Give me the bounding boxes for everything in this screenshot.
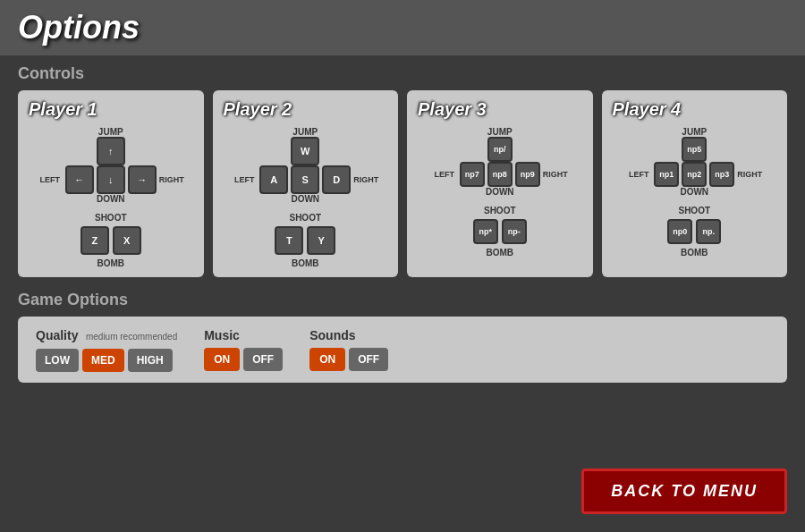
player-1-right-key[interactable]: → xyxy=(128,165,157,194)
player-1-top-row: ↑ xyxy=(69,137,153,165)
player-4-jump-label: JUMP xyxy=(682,127,707,137)
player-4-movement: JUMP np5 LEFT np1 np2 np3 RIGHT DOWN xyxy=(613,127,777,197)
player-1-movement: JUMP ↑ LEFT ← ↓ → RIGHT DOWN xyxy=(29,127,193,204)
music-label: Music xyxy=(204,328,283,342)
player-2-jump-key[interactable]: W xyxy=(291,137,319,165)
player-2-shoot-section: SHOOT T Y BOMB xyxy=(224,213,388,268)
player-3-left-key[interactable]: np7 xyxy=(460,162,485,187)
player-2-title: Player 2 xyxy=(224,99,388,120)
player-1-mid-row: LEFT ← ↓ → RIGHT xyxy=(38,165,184,194)
player-2-card: Player 2 JUMP W LEFT A S D RIGHT DOWN xyxy=(213,90,399,277)
players-container: Player 1 JUMP ↑ LEFT ← ↓ → RIGHT DOWN xyxy=(0,90,805,277)
player-2-movement: JUMP W LEFT A S D RIGHT DOWN xyxy=(224,127,388,204)
sounds-label: Sounds xyxy=(309,328,388,342)
player-3-down-key[interactable]: np8 xyxy=(487,162,513,187)
controls-section-label: Controls xyxy=(0,64,805,83)
player-4-shoot-row: np0 np. xyxy=(667,219,721,244)
player-4-mid-row: LEFT np1 np2 np3 RIGHT xyxy=(626,162,762,187)
player-2-shoot1-key[interactable]: T xyxy=(275,226,303,255)
back-btn-container: BACK TO MENU xyxy=(581,469,787,514)
sounds-on-button[interactable]: ON xyxy=(309,348,345,371)
player-2-down-key[interactable]: S xyxy=(291,165,319,194)
quality-group: Quality medium recommended LOW MED HIGH xyxy=(36,327,177,372)
player-2-down-label: DOWN xyxy=(291,194,319,204)
player-1-title: Player 1 xyxy=(29,99,193,120)
back-to-menu-button[interactable]: BACK TO MENU xyxy=(581,469,787,514)
player-2-shoot-label: SHOOT xyxy=(289,213,321,223)
player-3-bomb-label: BOMB xyxy=(486,248,513,258)
sounds-off-button[interactable]: OFF xyxy=(349,348,388,371)
player-3-right-key[interactable]: np9 xyxy=(515,162,540,187)
player-3-top-row: np/ xyxy=(460,137,540,162)
music-on-button[interactable]: ON xyxy=(204,348,240,371)
sounds-buttons: ON OFF xyxy=(309,348,388,371)
quality-label-row: Quality medium recommended xyxy=(36,327,177,343)
player-2-jump-label: JUMP xyxy=(292,127,318,137)
player-1-shoot1-key[interactable]: Z xyxy=(80,226,109,255)
player-3-card: Player 3 JUMP np/ LEFT np7 np8 np9 RIGHT… xyxy=(407,90,593,277)
player-3-shoot-section: SHOOT np* np- BOMB xyxy=(418,206,582,258)
player-1-shoot-section: SHOOT Z X BOMB xyxy=(29,213,193,268)
player-4-title: Player 4 xyxy=(613,99,777,120)
player-3-shoot2-key[interactable]: np- xyxy=(502,219,527,244)
player-2-right-key[interactable]: D xyxy=(322,165,351,194)
quality-label: Quality xyxy=(36,328,78,342)
player-4-shoot-label: SHOOT xyxy=(678,206,710,215)
player-3-jump-key[interactable]: np/ xyxy=(487,137,513,162)
quality-med-button[interactable]: MED xyxy=(82,349,124,372)
player-4-down-label: DOWN xyxy=(680,187,708,197)
quality-buttons: LOW MED HIGH xyxy=(36,349,177,372)
game-options-box: Quality medium recommended LOW MED HIGH … xyxy=(18,317,787,383)
player-4-shoot1-key[interactable]: np0 xyxy=(667,219,692,244)
player-1-card: Player 1 JUMP ↑ LEFT ← ↓ → RIGHT DOWN xyxy=(18,90,204,277)
player-2-left-key[interactable]: A xyxy=(259,165,288,194)
player-3-shoot-row: np* np- xyxy=(473,219,527,244)
player-2-shoot2-key[interactable]: Y xyxy=(307,226,335,255)
player-4-shoot2-key[interactable]: np. xyxy=(696,219,721,244)
quality-low-button[interactable]: LOW xyxy=(36,349,79,372)
player-3-shoot1-key[interactable]: np* xyxy=(473,219,498,244)
player-4-left-key[interactable]: np1 xyxy=(654,162,679,187)
quality-high-button[interactable]: HIGH xyxy=(128,349,173,372)
quality-sub-label: medium recommended xyxy=(86,332,177,342)
player-1-left-key[interactable]: ← xyxy=(65,165,94,194)
player-2-top-row: W xyxy=(263,137,347,165)
player-4-bomb-label: BOMB xyxy=(681,248,708,258)
music-off-button[interactable]: OFF xyxy=(243,348,283,371)
player-3-movement: JUMP np/ LEFT np7 np8 np9 RIGHT DOWN xyxy=(418,127,582,197)
player-1-down-label: DOWN xyxy=(97,194,125,204)
player-4-right-key[interactable]: np3 xyxy=(709,162,734,187)
player-2-shoot-row: T Y xyxy=(275,226,335,255)
player-3-mid-row: LEFT np7 np8 np9 RIGHT xyxy=(432,162,568,187)
player-1-shoot-label: SHOOT xyxy=(95,213,127,223)
player-3-down-label: DOWN xyxy=(486,187,514,197)
player-4-card: Player 4 JUMP np5 LEFT np1 np2 np3 RIGHT… xyxy=(602,90,788,277)
player-3-title: Player 3 xyxy=(418,99,582,120)
player-4-jump-key[interactable]: np5 xyxy=(682,137,707,162)
sounds-group: Sounds ON OFF xyxy=(309,328,388,371)
music-buttons: ON OFF xyxy=(204,348,283,371)
player-1-jump-label: JUMP xyxy=(98,127,123,137)
player-3-shoot-label: SHOOT xyxy=(484,206,516,215)
game-options-section: Game Options Quality medium recommended … xyxy=(0,291,805,383)
player-1-shoot2-key[interactable]: X xyxy=(113,226,141,255)
player-2-mid-row: LEFT A S D RIGHT xyxy=(232,165,378,194)
music-group: Music ON OFF xyxy=(204,328,283,371)
title-bar: Options xyxy=(0,0,805,55)
player-1-jump-key[interactable]: ↑ xyxy=(97,137,125,165)
player-3-jump-label: JUMP xyxy=(487,127,513,137)
player-4-top-row: np5 xyxy=(654,137,734,162)
player-1-shoot-row: Z X xyxy=(80,226,141,255)
game-options-label: Game Options xyxy=(18,291,787,309)
player-4-down-key[interactable]: np2 xyxy=(682,162,707,187)
player-4-shoot-section: SHOOT np0 np. BOMB xyxy=(613,206,777,258)
player-1-down-key[interactable]: ↓ xyxy=(97,165,125,194)
player-2-bomb-label: BOMB xyxy=(292,258,319,268)
player-1-bomb-label: BOMB xyxy=(97,258,124,268)
page-title: Options xyxy=(18,9,787,46)
